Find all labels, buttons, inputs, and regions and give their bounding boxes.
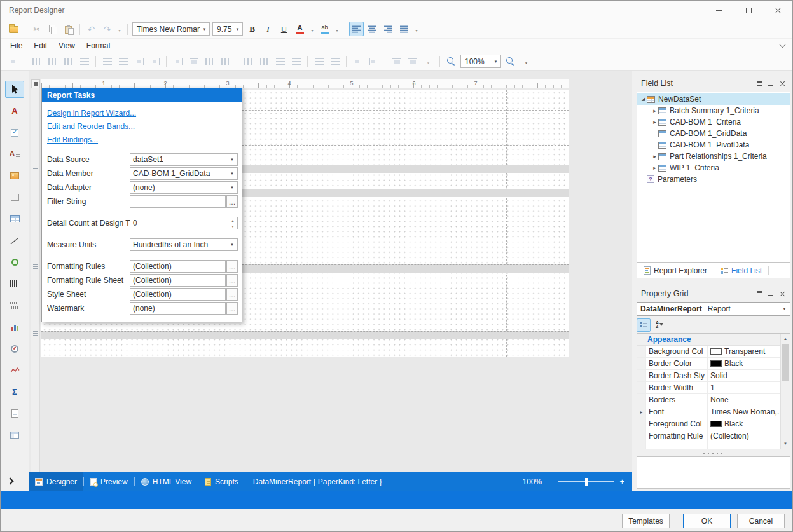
zoom-out-button[interactable]: –: [548, 477, 552, 486]
filter-string-input[interactable]: [130, 195, 226, 208]
bring-to-front-button[interactable]: [389, 55, 404, 69]
h-spacing-increase-button[interactable]: [218, 55, 233, 69]
align-tops-button[interactable]: [77, 55, 92, 69]
data-member-combo[interactable]: CAD-BOM 1_GridData: [130, 167, 238, 180]
menu-edit[interactable]: Edit: [28, 39, 53, 53]
tool-panel[interactable]: [5, 189, 24, 206]
order-dropdown[interactable]: [421, 55, 436, 69]
tool-picture-box[interactable]: [5, 167, 24, 184]
restore-button[interactable]: [754, 288, 765, 299]
expand-icon[interactable]: [651, 165, 658, 171]
data-adapter-combo[interactable]: (none): [130, 181, 238, 194]
center-horizontally-button[interactable]: [350, 55, 365, 69]
menu-file[interactable]: File: [4, 39, 28, 53]
open-button[interactable]: [6, 22, 21, 36]
pin-button[interactable]: [765, 288, 776, 299]
property-value[interactable]: None: [708, 394, 780, 406]
formatting-rule-sheet-ellipsis-button[interactable]: …: [226, 274, 238, 287]
pin-button[interactable]: [765, 78, 776, 89]
center-vertically-button[interactable]: [366, 55, 381, 69]
tree-node[interactable]: WIP 1_Criteria: [637, 162, 790, 174]
align-lefts-button[interactable]: [29, 55, 44, 69]
ok-button[interactable]: OK: [683, 514, 731, 528]
formatting-rule-sheet-value[interactable]: (Collection): [130, 274, 226, 287]
tool-pivot-grid[interactable]: [5, 383, 24, 400]
tool-zip-code[interactable]: [5, 297, 24, 314]
align-justify-button[interactable]: [397, 22, 411, 36]
property-value[interactable]: 1: [708, 382, 780, 393]
property-value[interactable]: Solid: [708, 370, 780, 381]
cut-button[interactable]: [29, 22, 44, 36]
categorized-view-button[interactable]: [637, 318, 651, 332]
detail-count-spinner[interactable]: 0: [130, 217, 238, 229]
v-spacing-increase-button[interactable]: [289, 55, 303, 69]
maximize-button[interactable]: [734, 1, 763, 20]
object-selector-combo[interactable]: DataMinerReport Report: [637, 302, 790, 316]
tree-node-parameters[interactable]: Parameters: [637, 174, 790, 185]
send-to-back-button[interactable]: [405, 55, 420, 69]
font-name-combo[interactable]: Times New Roman: [132, 22, 210, 36]
tree-node[interactable]: Part Relationships 1_Criteria: [637, 151, 790, 162]
property-value[interactable]: Black: [708, 358, 780, 369]
scroll-thumb[interactable]: [782, 344, 789, 381]
highlight-dropdown[interactable]: [333, 22, 341, 36]
same-width-button[interactable]: [132, 55, 146, 69]
zoom-slider[interactable]: [558, 481, 614, 482]
property-grid[interactable]: Appearance Background Col Transparent Bo…: [637, 333, 790, 449]
tool-check-box[interactable]: [5, 124, 24, 141]
scroll-down-icon[interactable]: [781, 439, 790, 448]
close-panel-button[interactable]: [776, 78, 788, 89]
scroll-up-icon[interactable]: [781, 334, 790, 343]
tool-rich-text[interactable]: [5, 146, 24, 163]
formatting-rules-value[interactable]: (Collection): [130, 260, 226, 273]
filter-string-ellipsis-button[interactable]: …: [226, 195, 238, 208]
toolbar-more-button[interactable]: [413, 22, 420, 36]
tool-page-info[interactable]: [5, 426, 24, 444]
category-appearance[interactable]: Appearance: [637, 334, 780, 346]
expand-icon[interactable]: [651, 119, 658, 125]
align-left-button[interactable]: [349, 22, 364, 36]
scrollbar[interactable]: [780, 334, 790, 449]
ruler-corner[interactable]: [31, 79, 40, 88]
zoom-in-button[interactable]: [503, 55, 518, 69]
undo-button[interactable]: [84, 22, 99, 36]
align-to-grid-button[interactable]: [6, 55, 21, 69]
collapse-chevron-icon[interactable]: [780, 41, 786, 48]
property-value[interactable]: Black: [708, 418, 780, 430]
field-list-header[interactable]: Field List: [637, 75, 790, 92]
tool-bar-code[interactable]: [5, 275, 24, 292]
tool-subreport[interactable]: [5, 405, 24, 422]
redo-button[interactable]: [100, 22, 114, 36]
align-right-button[interactable]: [381, 22, 396, 36]
design-surface[interactable]: 1 2 3 4 5 6 7 Report Tasks Design in Rep…: [29, 71, 632, 472]
align-bottoms-button[interactable]: [116, 55, 130, 69]
font-size-combo[interactable]: 9.75: [212, 22, 243, 36]
h-spacing-equal-button[interactable]: [202, 55, 217, 69]
h-spacing-remove-button[interactable]: [257, 55, 272, 69]
zoom-combo[interactable]: 100%: [460, 55, 501, 68]
close-button[interactable]: [763, 1, 792, 20]
style-sheet-ellipsis-button[interactable]: …: [226, 288, 238, 301]
v-spacing-remove-button[interactable]: [328, 55, 342, 69]
close-panel-button[interactable]: [776, 288, 788, 299]
alphabetical-sort-button[interactable]: [652, 318, 666, 332]
tree-node[interactable]: Batch Summary 1_Criteria: [637, 105, 790, 116]
property-grid-header[interactable]: Property Grid: [637, 285, 790, 302]
zoom-in-button[interactable]: +: [619, 477, 624, 486]
watermark-ellipsis-button[interactable]: …: [226, 302, 238, 315]
v-spacing-equal-button[interactable]: [273, 55, 287, 69]
tool-shape[interactable]: [5, 254, 24, 271]
underline-button[interactable]: U: [277, 22, 291, 36]
same-height-button[interactable]: [148, 55, 162, 69]
tab-html-view[interactable]: HTML View: [135, 472, 198, 491]
tab-preview[interactable]: Preview: [84, 472, 134, 491]
minimize-button[interactable]: [705, 1, 734, 20]
edit-and-reorder-bands-link[interactable]: Edit and Reorder Bands...: [42, 119, 242, 133]
tool-sparkline[interactable]: [5, 362, 24, 379]
tool-pointer[interactable]: [5, 81, 24, 98]
spinner-arrows-icon[interactable]: [228, 217, 237, 229]
copy-button[interactable]: [45, 22, 60, 36]
measure-units-combo[interactable]: Hundredths of an Inch: [130, 238, 238, 251]
formatting-rules-ellipsis-button[interactable]: …: [226, 260, 238, 273]
tab-field-list[interactable]: Field List: [714, 263, 768, 278]
